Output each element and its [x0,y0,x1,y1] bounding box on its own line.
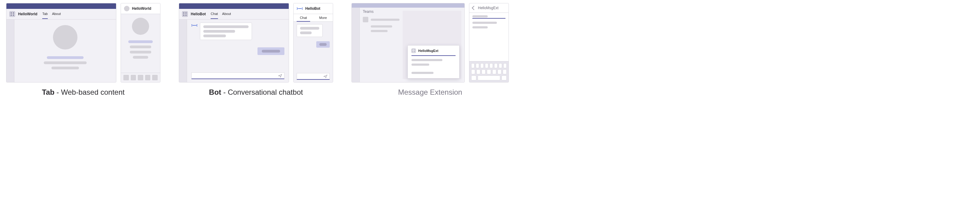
app-title: HelloBot [191,12,206,16]
skeleton-line [130,51,151,54]
avatar-icon [124,6,129,11]
window-header: HelloWorld Tab About [6,9,116,19]
caption-bot: Bot - Conversational chatbot [209,88,303,97]
svg-point-2 [298,8,299,9]
skeleton-line [473,15,488,17]
bot-message [200,22,252,40]
skeleton-line [371,25,392,27]
bot-icon [191,22,197,28]
mobile-header: HelloBot [294,3,333,14]
bot-icon [297,6,303,11]
group-bot: HelloBot Chat About [179,3,333,97]
message-composer[interactable] [297,73,330,80]
msgext-mobile-window: HelloMsgExt [469,3,509,82]
back-icon[interactable] [472,6,476,10]
msgext-content: Teams HelloMsgExt [360,8,465,82]
tab-mobile-content [121,14,160,73]
mobile-header: HelloWorld [121,3,160,14]
mtab-chat[interactable]: Chat [294,14,313,21]
app-title: HelloWorld [18,12,37,16]
avatar-placeholder [53,25,78,49]
mobile-header: HelloMsgExt [469,3,509,13]
skeleton-line [47,56,84,59]
left-rail[interactable] [352,8,360,82]
user-message [258,48,285,55]
bot-message [297,24,323,37]
teams-title: Teams [363,10,399,14]
caption-msgext: Message Extension [398,88,462,97]
msgext-mobile-content [469,13,509,61]
skeleton-line [412,59,442,61]
app-icon [412,49,416,53]
team-item[interactable] [363,17,399,22]
msgext-popup: HelloMsgExt [407,45,460,79]
send-icon[interactable] [278,74,282,78]
message-composer[interactable] [191,73,285,79]
skeleton-line [473,22,497,24]
tab-tab[interactable]: Tab [42,12,48,16]
tab-chat[interactable]: Chat [211,12,218,16]
chat-content [187,19,289,82]
on-screen-keyboard[interactable] [469,61,509,82]
mobile-bottom-nav[interactable] [121,73,160,82]
chat-mobile-content [294,22,333,82]
mtab-more[interactable]: More [313,14,333,21]
group-tab: HelloWorld Tab About [6,3,161,97]
svg-point-3 [300,8,301,9]
popup-divider [412,55,455,56]
skeleton-line [371,19,399,21]
bot-desktop-window: HelloBot Chat About [179,3,289,82]
window-titlebar [179,3,289,9]
tab-about[interactable]: About [222,12,231,16]
svg-point-0 [193,25,194,26]
window-titlebar [6,3,116,9]
window-header: HelloBot Chat About [179,9,289,19]
skeleton-line [51,67,79,70]
mobile-tabs: Chat More [294,14,333,22]
tab-content [14,19,116,82]
tab-desktop-window: HelloWorld Tab About [6,3,116,82]
mobile-title: HelloBot [305,6,320,11]
window-titlebar [352,3,465,8]
bot-mobile-window: HelloBot Chat More [293,3,333,82]
tab-about[interactable]: About [52,12,61,16]
tab-mobile-window: HelloWorld [121,3,161,82]
left-rail[interactable] [6,19,14,82]
teams-sidebar: Teams [363,10,399,32]
skeleton-line [44,62,87,64]
popup-title: HelloMsgExt [418,49,438,52]
svg-point-1 [195,25,196,26]
skeleton-line [133,56,148,59]
skeleton-line [130,46,151,48]
skeleton-line [371,30,388,32]
user-message [316,41,330,48]
mobile-title: HelloWorld [132,6,151,11]
mobile-title: HelloMsgExt [478,6,498,10]
search-underline [473,18,506,19]
msgext-desktop-window: Teams HelloMsgExt [352,3,465,82]
skeleton-line [412,72,434,74]
skeleton-line [473,26,488,29]
left-rail[interactable] [179,19,187,82]
send-icon[interactable] [323,74,328,79]
caption-tab: Tab - Web-based content [42,88,125,97]
skeleton-line [412,63,429,66]
team-avatar-icon [363,17,368,22]
app-icon [182,11,188,17]
skeleton-line [128,40,153,43]
app-icon [10,11,15,17]
group-msgext: Teams HelloMsgExt [352,3,509,97]
avatar-placeholder [132,18,149,35]
